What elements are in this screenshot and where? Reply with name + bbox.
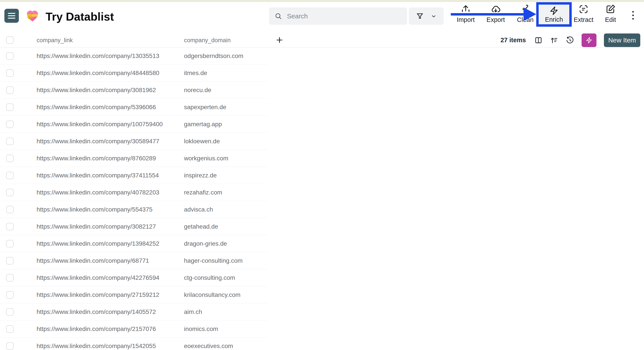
cell-company-domain[interactable]: workgenius.com [184, 150, 228, 167]
row-checkbox[interactable] [6, 223, 14, 230]
table-row[interactable]: https://www.linkedin.com/company/4078220… [0, 184, 644, 201]
cell-company-link[interactable]: https://www.linkedin.com/company/3741155… [36, 167, 159, 184]
extract-label: Extract [574, 16, 594, 23]
cell-company-link[interactable]: https://www.linkedin.com/company/1398425… [36, 235, 159, 252]
cell-company-domain[interactable]: getahead.de [184, 218, 218, 235]
table-row[interactable]: https://www.linkedin.com/company/68771 h… [0, 252, 644, 269]
edit-button[interactable]: Edit [597, 3, 624, 27]
table-row[interactable]: https://www.linkedin.com/company/4844858… [0, 64, 644, 82]
cell-company-link[interactable]: https://www.linkedin.com/company/3082127 [36, 218, 156, 235]
filter-funnel-icon[interactable] [416, 12, 424, 20]
cell-company-domain[interactable]: sapexperten.de [184, 99, 226, 116]
row-checkbox[interactable] [6, 206, 14, 213]
cell-company-link[interactable]: https://www.linkedin.com/company/3058947… [36, 133, 159, 150]
row-checkbox[interactable] [6, 121, 14, 128]
sort-icon [550, 36, 558, 44]
row-checkbox[interactable] [6, 257, 14, 264]
table-row[interactable]: https://www.linkedin.com/company/1398425… [0, 235, 644, 252]
table-row[interactable]: https://www.linkedin.com/company/3741155… [0, 167, 644, 184]
cell-company-link[interactable]: https://www.linkedin.com/company/8760289 [36, 150, 156, 167]
cell-company-domain[interactable]: lokloewen.de [184, 133, 220, 150]
row-checkbox[interactable] [6, 103, 14, 111]
cell-company-domain[interactable]: itmes.de [184, 64, 207, 82]
column-header-company-domain[interactable]: company_domain [184, 37, 231, 44]
sort-button[interactable] [550, 36, 558, 44]
history-button[interactable] [566, 36, 574, 44]
table-row[interactable]: https://www.linkedin.com/company/1542055… [0, 338, 644, 350]
list-header-band: company_link company_domain 27 items [0, 33, 644, 47]
table-row[interactable]: https://www.linkedin.com/company/1405572… [0, 303, 644, 321]
cell-company-link[interactable]: https://www.linkedin.com/company/3081962 [36, 82, 156, 99]
cell-company-domain[interactable]: rezahafiz.com [184, 184, 222, 201]
chevron-down-icon[interactable] [431, 13, 436, 19]
table-row[interactable]: https://www.linkedin.com/company/3058947… [0, 133, 644, 150]
table-row[interactable]: https://www.linkedin.com/company/2157076… [0, 321, 644, 338]
table-body: https://www.linkedin.com/company/1303551… [0, 47, 644, 350]
table-row[interactable]: https://www.linkedin.com/company/4227659… [0, 269, 644, 286]
column-header-company-link[interactable]: company_link [36, 37, 73, 44]
add-column-button[interactable] [275, 36, 284, 44]
cell-company-domain[interactable]: norecu.de [184, 82, 212, 99]
cell-company-domain[interactable]: advisca.ch [184, 201, 213, 218]
row-checkbox[interactable] [6, 240, 14, 247]
hamburger-icon [8, 13, 15, 14]
table-row[interactable]: https://www.linkedin.com/company/5396066… [0, 99, 644, 116]
row-checkbox[interactable] [6, 325, 14, 333]
row-checkbox[interactable] [6, 342, 14, 350]
cell-company-domain[interactable]: inomics.com [184, 321, 218, 338]
table-row[interactable]: https://www.linkedin.com/company/8760289… [0, 150, 644, 167]
cell-company-link[interactable]: https://www.linkedin.com/company/4078220… [36, 184, 159, 201]
cell-company-link[interactable]: https://www.linkedin.com/company/1303551… [36, 47, 159, 64]
search-bar[interactable] [269, 7, 407, 25]
cell-company-domain[interactable]: aim.ch [184, 303, 202, 321]
row-checkbox[interactable] [6, 52, 14, 60]
cell-company-link[interactable]: https://www.linkedin.com/company/1542055 [36, 338, 156, 350]
cell-company-link[interactable]: https://www.linkedin.com/company/1405572 [36, 303, 156, 321]
cell-company-link[interactable]: https://www.linkedin.com/company/68771 [36, 252, 149, 269]
table-row[interactable]: https://www.linkedin.com/company/2715921… [0, 286, 644, 303]
table-row[interactable]: https://www.linkedin.com/company/3082127… [0, 218, 644, 235]
table-row[interactable]: https://www.linkedin.com/company/554375 … [0, 201, 644, 218]
cell-company-link[interactable]: https://www.linkedin.com/company/5396066 [36, 99, 156, 116]
search-input[interactable] [287, 12, 401, 20]
cell-company-domain[interactable]: eoexecutives.com [184, 338, 233, 350]
table-row[interactable]: https://www.linkedin.com/company/1007594… [0, 116, 644, 133]
cell-company-domain[interactable]: odgersberndtson.com [184, 47, 243, 64]
row-checkbox[interactable] [6, 189, 14, 196]
row-checkbox[interactable] [6, 274, 14, 282]
cell-company-link[interactable]: https://www.linkedin.com/company/1007594… [36, 116, 163, 133]
columns-icon [534, 36, 542, 44]
cell-company-domain[interactable]: ctg-consulting.com [184, 269, 235, 286]
new-item-button[interactable]: New Item [604, 33, 640, 47]
cell-company-domain[interactable]: dragon-gries.de [184, 235, 227, 252]
row-checkbox[interactable] [6, 155, 14, 162]
select-all-checkbox[interactable] [6, 36, 14, 44]
hamburger-menu-button[interactable] [4, 9, 19, 23]
row-checkbox[interactable] [6, 172, 14, 179]
cell-company-link[interactable]: https://www.linkedin.com/company/2715921… [36, 286, 159, 303]
cell-company-domain[interactable]: krilaconsultancy.com [184, 286, 240, 303]
list-header-controls: 27 items [500, 33, 640, 47]
row-checkbox[interactable] [6, 69, 14, 77]
quick-enrich-button[interactable] [582, 33, 596, 47]
table-row[interactable]: https://www.linkedin.com/company/1303551… [0, 47, 644, 64]
cell-company-link[interactable]: https://www.linkedin.com/company/4227659… [36, 269, 159, 286]
filter-button-group[interactable] [409, 7, 444, 25]
row-checkbox[interactable] [6, 291, 14, 299]
cell-company-domain[interactable]: hager-consulting.com [184, 252, 243, 269]
columns-view-button[interactable] [534, 36, 542, 44]
cell-company-link[interactable]: https://www.linkedin.com/company/4844858… [36, 64, 159, 82]
row-checkbox[interactable] [6, 308, 14, 316]
table-row[interactable]: https://www.linkedin.com/company/3081962… [0, 82, 644, 99]
enrich-button-highlighted[interactable]: Enrich [536, 2, 572, 27]
heart-with-ribbon-icon [26, 9, 39, 23]
cell-company-link[interactable]: https://www.linkedin.com/company/2157076 [36, 321, 156, 338]
cell-company-link[interactable]: https://www.linkedin.com/company/554375 [36, 201, 152, 218]
more-options-kebab-button[interactable] [628, 8, 638, 24]
extract-button[interactable]: Extract [570, 3, 597, 27]
cell-company-domain[interactable]: inspirezz.de [184, 167, 217, 184]
row-checkbox[interactable] [6, 86, 14, 94]
extract-scan-icon [578, 3, 589, 15]
cell-company-domain[interactable]: gamertag.app [184, 116, 222, 133]
row-checkbox[interactable] [6, 138, 14, 145]
